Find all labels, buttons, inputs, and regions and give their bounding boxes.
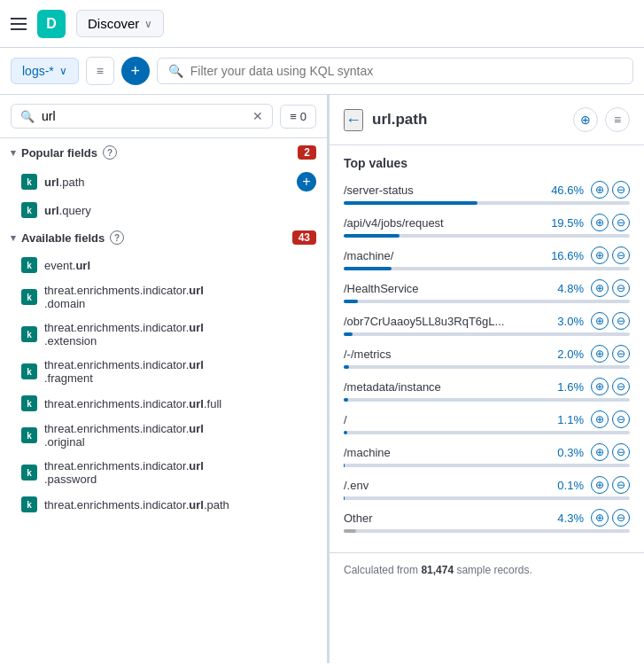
- field-search-icon: 🔍: [20, 110, 35, 123]
- value-pct-9: 0.1%: [557, 479, 584, 492]
- popular-fields-section-header[interactable]: ▾ Popular fields ? 2: [0, 138, 327, 167]
- available-fields-badge: 43: [292, 230, 316, 245]
- fn8: threat.enrichments.indicator.url.path: [44, 498, 229, 512]
- field-k4: k: [21, 289, 37, 305]
- value-pct-4: 3.0%: [557, 315, 584, 328]
- value-pct-0: 46.6%: [551, 184, 584, 197]
- exclude-button-6[interactable]: ⊖: [612, 378, 630, 395]
- field-item-threat-url-password[interactable]: k threat.enrichments.indicator.url.passw…: [0, 454, 327, 491]
- value-label-1: /api/v4/jobs/request: [344, 216, 551, 230]
- flyout-back-button[interactable]: ←: [344, 109, 363, 131]
- field-item-threat-url-original[interactable]: k threat.enrichments.indicator.url.origi…: [0, 417, 327, 454]
- include-button-10[interactable]: ⊕: [591, 509, 609, 527]
- exclude-button-2[interactable]: ⊖: [612, 246, 630, 264]
- flyout-title: url.path: [372, 111, 573, 129]
- exclude-button-4[interactable]: ⊖: [612, 312, 630, 330]
- available-fields-section-header[interactable]: ▾ Available fields ? 43: [0, 223, 327, 252]
- value-label-7: /: [344, 413, 557, 426]
- include-button-4[interactable]: ⊕: [591, 312, 609, 330]
- flyout-header: ← url.path ⊕ ≡: [330, 95, 644, 145]
- chevron-down-icon: ∨: [144, 18, 152, 30]
- value-pct-6: 1.6%: [557, 380, 584, 394]
- available-fields-header-left: ▾ Available fields ?: [11, 230, 124, 245]
- value-pct-7: 1.1%: [557, 413, 584, 426]
- exclude-button-1[interactable]: ⊖: [612, 214, 630, 231]
- value-row-root: / 1.1% ⊕⊖: [344, 410, 630, 434]
- value-row-metadata-instance: /metadata/instance 1.6% ⊕⊖: [344, 378, 630, 402]
- value-pct-3: 4.8%: [557, 282, 584, 295]
- value-row-other: Other 4.3% ⊕⊖: [344, 509, 630, 533]
- exclude-button-10[interactable]: ⊖: [612, 509, 630, 527]
- field-item-url-query[interactable]: k url.query: [0, 197, 327, 223]
- discover-button[interactable]: Discover ∨: [76, 10, 164, 37]
- kql-search-input[interactable]: [190, 64, 622, 78]
- value-label-8: /machine: [344, 446, 557, 459]
- value-pct-8: 0.3%: [557, 446, 584, 459]
- filter-count-label: 0: [300, 110, 306, 123]
- value-row-env: /.env 0.1% ⊕⊖: [344, 476, 630, 500]
- flyout-filter-button[interactable]: ≡: [605, 107, 630, 132]
- exclude-button-8[interactable]: ⊖: [612, 443, 630, 461]
- field-item-threat-url-fragment[interactable]: k threat.enrichments.indicator.url.fragm…: [0, 353, 327, 390]
- discover-label: Discover: [88, 16, 139, 31]
- field-item-threat-url-full[interactable]: k threat.enrichments.indicator.url.full: [0, 390, 327, 417]
- clear-search-button[interactable]: ✕: [252, 109, 263, 123]
- flyout-add-button[interactable]: ⊕: [573, 107, 598, 132]
- field-k3: k: [21, 257, 37, 273]
- value-pct-10: 4.3%: [557, 512, 584, 525]
- filter-options-button[interactable]: ≡: [86, 57, 114, 85]
- filter-count-button[interactable]: ≡ 0: [280, 105, 316, 129]
- available-fields-chevron-icon: ▾: [11, 232, 16, 244]
- available-fields-label: Available fields: [21, 231, 105, 245]
- exclude-button-5[interactable]: ⊖: [612, 345, 630, 363]
- field-item-threat-url-domain[interactable]: k threat.enrichments.indicator.url.domai…: [0, 278, 327, 316]
- filter-lines-icon: ≡: [97, 64, 104, 78]
- field-search-box: 🔍 ✕: [11, 104, 273, 129]
- value-row-machine: /machine 0.3% ⊕⊖: [344, 443, 630, 467]
- value-pct-5: 2.0%: [557, 348, 584, 361]
- hamburger-menu[interactable]: [11, 18, 27, 30]
- exclude-button-7[interactable]: ⊖: [612, 410, 630, 428]
- search-icon: 🔍: [168, 64, 183, 78]
- top-nav: D Discover ∨: [0, 0, 644, 48]
- exclude-button-0[interactable]: ⊖: [612, 181, 630, 199]
- fn3: threat.enrichments.indicator.url.extensi…: [44, 321, 204, 348]
- include-button-6[interactable]: ⊕: [591, 378, 609, 395]
- field-item-event-url[interactable]: k event.url: [0, 252, 327, 278]
- field-item-url-path[interactable]: k url.path +: [0, 167, 327, 197]
- add-url-path-button[interactable]: +: [297, 172, 316, 191]
- include-button-7[interactable]: ⊕: [591, 410, 609, 428]
- add-filter-button[interactable]: +: [121, 57, 150, 85]
- field-type-k-badge-2: k: [21, 202, 37, 218]
- include-button-2[interactable]: ⊕: [591, 246, 609, 264]
- include-button-9[interactable]: ⊕: [591, 476, 609, 494]
- index-pattern-button[interactable]: logs-* ∨: [11, 58, 79, 84]
- main-area: 🔍 ✕ ≡ 0 ▾ Popular fields ? 2 k url.path: [0, 95, 644, 663]
- field-name-url-path: url.path: [44, 176, 85, 189]
- value-label-6: /metadata/instance: [344, 380, 557, 394]
- value-pct-1: 19.5%: [551, 216, 584, 230]
- popular-fields-help-icon[interactable]: ?: [103, 145, 117, 160]
- field-k6: k: [21, 363, 37, 379]
- value-row-server-status: /server-status 46.6% ⊕ ⊖: [344, 181, 630, 205]
- fn1: event.url: [44, 259, 90, 272]
- include-button-0[interactable]: ⊕: [591, 181, 609, 199]
- value-label-4: /obr7CrUaaoy5LL8u3RqT6gL...: [344, 315, 557, 328]
- value-actions-0: ⊕ ⊖: [591, 181, 630, 199]
- field-item-threat-url-path[interactable]: k threat.enrichments.indicator.url.path: [0, 491, 327, 518]
- app-icon: D: [37, 10, 66, 38]
- field-search-input[interactable]: [42, 109, 245, 123]
- include-button-5[interactable]: ⊕: [591, 345, 609, 363]
- field-item-threat-url-extension[interactable]: k threat.enrichments.indicator.url.exten…: [0, 316, 327, 353]
- filter-icon: ≡: [290, 110, 297, 123]
- value-label-2: /machine/: [344, 249, 551, 262]
- include-button-3[interactable]: ⊕: [591, 279, 609, 297]
- exclude-button-9[interactable]: ⊖: [612, 476, 630, 494]
- field-type-k-badge: k: [21, 174, 37, 190]
- include-button-8[interactable]: ⊕: [591, 443, 609, 461]
- left-panel: 🔍 ✕ ≡ 0 ▾ Popular fields ? 2 k url.path: [0, 95, 328, 663]
- include-button-1[interactable]: ⊕: [591, 214, 609, 231]
- exclude-button-3[interactable]: ⊖: [612, 279, 630, 297]
- popular-fields-label: Popular fields: [21, 146, 97, 160]
- available-fields-help-icon[interactable]: ?: [110, 230, 124, 245]
